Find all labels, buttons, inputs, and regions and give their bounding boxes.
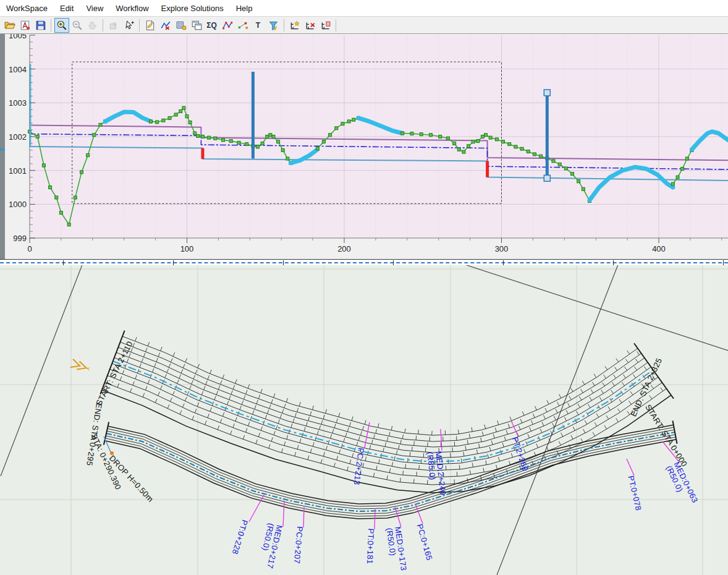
profile-chart[interactable]: 9991000100110021003100410050100200300400 — [0, 34, 728, 259]
pane-divider[interactable] — [0, 259, 728, 265]
profile-vertex[interactable] — [577, 180, 580, 183]
upper-corridor-edge[interactable] — [108, 376, 662, 478]
profile-vertex[interactable] — [36, 135, 39, 138]
zoom-out-icon[interactable] — [70, 18, 85, 33]
profile-vertex[interactable] — [93, 134, 96, 137]
lower-road-edge[interactable] — [104, 440, 676, 519]
profile-vertex[interactable] — [286, 157, 289, 160]
folder-open-icon[interactable] — [2, 18, 17, 33]
upper-corridor-edge[interactable] — [105, 383, 667, 485]
profile-vertex[interactable] — [99, 123, 102, 126]
profile-vertex[interactable] — [485, 134, 488, 137]
upper-corridor-centerline[interactable] — [113, 361, 653, 462]
profile-vertex[interactable] — [237, 141, 240, 144]
profile-vertex[interactable] — [67, 223, 70, 226]
profile-vertex[interactable] — [269, 134, 272, 137]
profile-vertex[interactable] — [472, 140, 475, 143]
profile-vertex[interactable] — [261, 142, 264, 145]
menu-workflow[interactable]: Workflow — [109, 1, 154, 15]
text-tool-icon[interactable]: T — [251, 18, 266, 33]
polyline-nodes-icon[interactable] — [220, 18, 235, 33]
profile-vertex[interactable] — [179, 109, 182, 113]
profile-vertex[interactable] — [214, 137, 217, 140]
profile-vertex[interactable] — [229, 140, 232, 143]
profile-vertex[interactable] — [582, 187, 585, 190]
profile-vertex[interactable] — [222, 138, 225, 142]
axis-frame-icon[interactable] — [318, 18, 333, 33]
drop-point[interactable] — [110, 451, 114, 455]
profile-vertex[interactable] — [201, 135, 204, 138]
profile-vertex[interactable] — [446, 137, 449, 140]
menu-help[interactable]: Help — [230, 1, 259, 15]
profile-vertex[interactable] — [467, 145, 470, 148]
profile-vertex[interactable] — [552, 160, 555, 163]
menu-view[interactable]: View — [80, 1, 109, 15]
profile-vertex[interactable] — [193, 132, 197, 135]
plan-view[interactable]: PT:0+228 MED:0+217 (R50.0) PC:0+207 PT:0… — [0, 265, 728, 575]
profile-vertex[interactable] — [281, 148, 284, 151]
upper-corridor-edge[interactable] — [118, 347, 645, 447]
profile-vertex[interactable] — [453, 142, 456, 145]
save-icon[interactable] — [33, 18, 48, 33]
lower-road-edge[interactable] — [107, 430, 674, 509]
profile-vertex[interactable] — [55, 196, 58, 199]
layout-windows-icon[interactable] — [189, 18, 204, 33]
profile-vertex[interactable] — [439, 135, 442, 138]
profile-vertex[interactable] — [272, 135, 275, 138]
profile-vertex[interactable] — [347, 120, 350, 123]
profile-vertex[interactable] — [156, 121, 159, 124]
profile-vertex[interactable] — [168, 116, 171, 119]
nodes-small-icon[interactable] — [235, 18, 250, 33]
profile-vertex[interactable] — [410, 132, 413, 135]
profile-vertex[interactable] — [495, 138, 498, 141]
profile-vertex[interactable] — [245, 143, 248, 146]
upper-corridor-edge[interactable] — [114, 358, 651, 459]
profile-vertex[interactable] — [489, 136, 492, 139]
profile-vertex[interactable] — [533, 153, 536, 156]
sum-query-icon[interactable]: ΣQ — [205, 18, 219, 33]
collapsed-panel-strip[interactable] — [0, 34, 5, 259]
profile-vertex[interactable] — [162, 119, 165, 122]
profile-vertex[interactable] — [74, 196, 77, 199]
lower-road-edge[interactable] — [105, 437, 675, 516]
profile-vertex[interactable] — [322, 140, 325, 143]
profile-vertex[interactable] — [182, 106, 185, 109]
selection-handle[interactable] — [544, 175, 550, 181]
new-sheet-icon[interactable] — [143, 18, 158, 33]
profile-vertex[interactable] — [266, 135, 269, 138]
profile-vertex[interactable] — [462, 150, 465, 153]
upper-corridor-edge[interactable] — [122, 336, 638, 435]
pan-icon[interactable] — [85, 18, 100, 33]
axis-add-icon[interactable] — [287, 18, 302, 33]
profile-vertex[interactable] — [520, 147, 523, 150]
profile-vertex[interactable] — [571, 172, 574, 176]
drag-select-icon[interactable] — [106, 18, 121, 33]
profile-vertex[interactable] — [256, 145, 260, 148]
profile-vertex[interactable] — [457, 148, 460, 151]
profile-vertex[interactable] — [527, 150, 530, 153]
profile-vertex[interactable] — [481, 135, 484, 138]
profile-vertex[interactable] — [185, 115, 188, 118]
profile-vertex[interactable] — [42, 164, 45, 167]
polyline-cut-icon[interactable] — [158, 18, 173, 33]
profile-vertex[interactable] — [49, 186, 52, 189]
profile-vertex[interactable] — [540, 155, 543, 158]
profile-vertex[interactable] — [681, 167, 684, 170]
profile-vertex[interactable] — [335, 127, 338, 130]
profile-vertex[interactable] — [676, 176, 679, 179]
workspace-icon[interactable] — [18, 18, 33, 33]
table-gear-icon[interactable] — [174, 18, 188, 33]
profile-vertex[interactable] — [514, 145, 517, 148]
menu-explore-solutions[interactable]: Explore Solutions — [155, 1, 230, 15]
profile-vertex[interactable] — [564, 167, 567, 170]
menu-workspace[interactable]: WorkSpace — [0, 1, 54, 15]
profile-vertex[interactable] — [208, 136, 211, 139]
profile-vertex[interactable] — [174, 113, 177, 116]
profile-vertex[interactable] — [341, 122, 344, 126]
profile-view[interactable]: 9991000100110021003100410050100200300400 — [0, 34, 728, 259]
profile-vertex[interactable] — [80, 171, 83, 174]
profile-vertex[interactable] — [188, 121, 192, 124]
profile-vertex[interactable] — [558, 163, 561, 166]
profile-vertex[interactable] — [685, 157, 688, 160]
profile-vertex[interactable] — [420, 133, 423, 136]
